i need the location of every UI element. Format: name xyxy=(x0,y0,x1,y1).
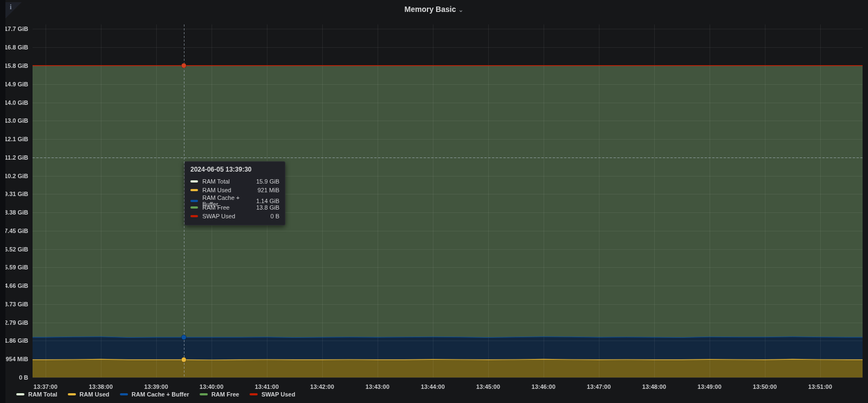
tooltip-series-swatch xyxy=(190,180,198,182)
graph-tooltip: 2024-06-05 13:39:30 RAM Total15.9 GiBRAM… xyxy=(184,161,285,225)
x-tick-label: 13:43:00 xyxy=(359,383,397,391)
tooltip-series-value: 0 B xyxy=(270,213,279,219)
tooltip-series-swatch xyxy=(190,215,198,217)
legend-label: SWAP Used xyxy=(261,391,295,398)
legend-item-ram-free[interactable]: RAM Free xyxy=(200,391,239,398)
x-tick-label: 13:46:00 xyxy=(525,383,563,391)
x-tick-label: 13:38:00 xyxy=(82,383,120,391)
tooltip-series-name: RAM Used xyxy=(202,187,253,193)
tooltip-timestamp: 2024-06-05 13:39:30 xyxy=(190,166,279,173)
x-tick-label: 13:40:00 xyxy=(193,383,231,391)
legend-swatch xyxy=(16,393,24,395)
panel-header: Memory Basic⌄ xyxy=(0,0,868,21)
legend-swatch xyxy=(200,393,208,395)
tooltip-series-name: SWAP Used xyxy=(202,213,266,219)
x-tick-label: 13:41:00 xyxy=(248,383,286,391)
chevron-down-icon: ⌄ xyxy=(458,6,463,14)
panel-title-menu[interactable]: Memory Basic⌄ xyxy=(0,5,868,14)
tooltip-series-value: 1.14 GiB xyxy=(256,198,279,204)
legend-item-ram-cache-buffer[interactable]: RAM Cache + Buffer xyxy=(120,391,189,398)
panel-info-corner[interactable]: i xyxy=(5,2,22,18)
x-tick-label: 13:42:00 xyxy=(303,383,341,391)
legend: RAM TotalRAM UsedRAM Cache + BufferRAM F… xyxy=(16,391,295,398)
x-tick-label: 13:50:00 xyxy=(746,383,784,391)
info-icon: i xyxy=(10,3,11,11)
legend-item-ram-total[interactable]: RAM Total xyxy=(16,391,58,398)
x-tick-label: 13:45:00 xyxy=(469,383,507,391)
panel-title-text: Memory Basic xyxy=(405,5,456,14)
legend-swatch xyxy=(120,393,128,395)
tooltip-series-swatch xyxy=(190,206,198,209)
legend-item-ram-used[interactable]: RAM Used xyxy=(68,391,110,398)
x-tick-label: 13:51:00 xyxy=(801,383,839,391)
x-tick-label: 13:37:00 xyxy=(27,383,65,391)
x-tick-label: 13:47:00 xyxy=(580,383,618,391)
x-tick-label: 13:39:00 xyxy=(137,383,175,391)
tooltip-series-swatch xyxy=(190,189,198,191)
tooltip-row-swap-used: SWAP Used0 B xyxy=(190,212,279,221)
legend-label: RAM Cache + Buffer xyxy=(132,391,189,398)
tooltip-series-value: 15.9 GiB xyxy=(256,178,279,185)
tooltip-series-value: 13.8 GiB xyxy=(256,204,279,211)
tooltip-row-ram-cache-buffer: RAM Cache + Buffer1.14 GiB xyxy=(190,194,279,203)
x-tick-label: 13:44:00 xyxy=(414,383,452,391)
tooltip-series-name: RAM Free xyxy=(202,204,252,211)
x-tick-label: 13:48:00 xyxy=(635,383,673,391)
tooltip-row-ram-used: RAM Used921 MiB xyxy=(190,186,279,194)
legend-swatch xyxy=(68,393,76,395)
legend-swatch xyxy=(250,393,258,395)
legend-item-swap-used[interactable]: SWAP Used xyxy=(250,391,295,398)
tooltip-series-name: RAM Total xyxy=(202,178,252,185)
dashboard-background-strip xyxy=(0,0,5,403)
tooltip-row-ram-free: RAM Free13.8 GiB xyxy=(190,203,279,212)
legend-label: RAM Used xyxy=(80,391,110,398)
legend-label: RAM Total xyxy=(28,391,58,398)
tooltip-row-ram-total: RAM Total15.9 GiB xyxy=(190,177,279,186)
memory-usage-graph[interactable] xyxy=(0,0,868,403)
legend-label: RAM Free xyxy=(212,391,239,398)
x-tick-label: 13:49:00 xyxy=(691,383,729,391)
tooltip-series-value: 921 MiB xyxy=(258,187,279,193)
tooltip-series-swatch xyxy=(190,200,198,202)
